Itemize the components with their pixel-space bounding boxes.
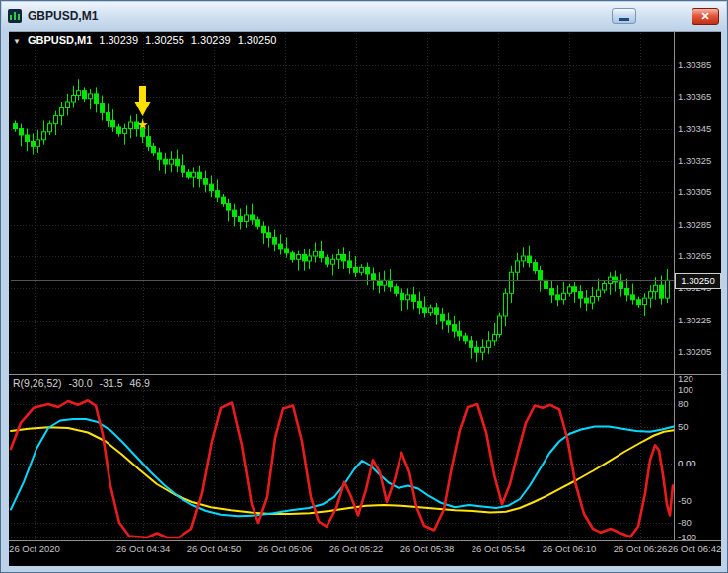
chart-canvas[interactable]: 1.303851.303651.303451.303251.303051.302… [9,31,721,566]
window-title: GBPUSD,M1 [28,9,98,23]
star-annotation: ★ [137,117,149,132]
current-price-marker: 1.30250 [675,273,721,289]
svg-text:50: 50 [678,421,689,432]
svg-text:26 Oct 05:38: 26 Oct 05:38 [400,543,454,554]
svg-text:1.30225: 1.30225 [678,315,711,325]
svg-text:1.30365: 1.30365 [678,91,711,102]
minimize-icon [619,18,629,21]
annotations-layer: ★ [135,86,151,132]
indicator-value-2: -31.5 [100,377,123,389]
svg-text:1.30285: 1.30285 [678,219,711,230]
chart-window-icon [8,9,22,23]
svg-text:26 Oct 04:34: 26 Oct 04:34 [116,543,170,554]
chart-client-area[interactable]: 1.303851.303651.303451.303251.303051.302… [9,31,721,566]
indicator-name: R(9,26,52) [13,377,62,389]
indicator-label: R(9,26,52) -30.0 -31.5 46.9 [13,377,150,389]
svg-text:1.30325: 1.30325 [678,155,711,166]
svg-text:26 Oct 2020: 26 Oct 2020 [9,543,60,554]
indicator-value-3: 46.9 [129,377,149,389]
indicator-value-1: -30.0 [69,377,93,389]
svg-text:1.30305: 1.30305 [678,186,711,197]
svg-text:100: 100 [678,384,693,394]
down-arrow-annotation [135,86,151,116]
oscillator-line-fast-red [11,400,673,537]
svg-text:26 Oct 05:22: 26 Oct 05:22 [329,543,383,554]
svg-text:26 Oct 06:42: 26 Oct 06:42 [668,543,721,554]
svg-text:1.30385: 1.30385 [678,59,711,70]
candles-layer [14,79,670,362]
open-value: 1.30239 [99,35,138,46]
chart-window: GBPUSD,M1 ✕ 1.303851.303651.303451.30325… [0,0,728,573]
svg-text:0.00: 0.00 [678,458,696,468]
collapse-arrow-icon[interactable]: ▼ [13,37,21,46]
close-value: 1.30250 [238,35,277,46]
svg-text:26 Oct 06:26: 26 Oct 06:26 [614,543,667,554]
svg-text:1.30345: 1.30345 [678,123,711,134]
svg-text:-80: -80 [678,517,692,528]
time-axis-labels[interactable]: 26 Oct 202026 Oct 04:3426 Oct 04:5026 Oc… [9,543,721,554]
low-value: 1.30239 [191,35,231,46]
svg-text:26 Oct 05:54: 26 Oct 05:54 [472,543,525,554]
chart-symbol-header: ▼ GBPUSD,M1 1.30239 1.30255 1.30239 1.30… [13,35,276,46]
svg-text:80: 80 [678,398,689,409]
window-titlebar[interactable]: GBPUSD,M1 ✕ [2,2,726,30]
close-button[interactable]: ✕ [692,8,719,25]
svg-text:1.30205: 1.30205 [678,346,711,357]
axis-labels-layer[interactable]: 1.303851.303651.303451.303251.303051.302… [678,59,711,542]
high-value: 1.30255 [145,35,184,46]
svg-text:26 Oct 06:10: 26 Oct 06:10 [543,543,596,554]
svg-text:-50: -50 [678,495,692,506]
oscillator-lines-layer [11,400,674,537]
symbol-label: GBPUSD,M1 [28,35,92,46]
svg-text:26 Oct 05:06: 26 Oct 05:06 [258,543,312,554]
frame-layer [9,31,721,541]
svg-text:1.30265: 1.30265 [678,251,711,261]
minimize-button[interactable] [612,8,636,24]
svg-text:26 Oct 04:50: 26 Oct 04:50 [187,543,241,554]
